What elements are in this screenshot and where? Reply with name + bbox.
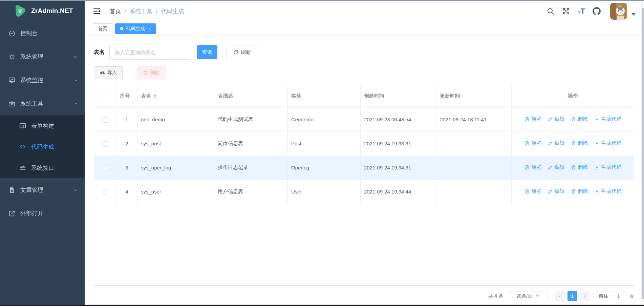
table-row[interactable]: 2sys_post岗位信息表Post2021-09-24 19:33:31预览编… <box>94 131 634 156</box>
text-size-icon[interactable]: TT <box>578 7 585 15</box>
pagination: 共 4 条 20条/页 ‹ 1 › 前往 页 <box>94 291 634 301</box>
row-checkbox[interactable] <box>103 189 108 195</box>
preview-link[interactable]: 预览 <box>524 116 541 122</box>
row-select-cell <box>94 180 116 204</box>
delete-link[interactable]: 删除 <box>571 116 588 122</box>
delete-link[interactable]: 删除 <box>571 164 588 170</box>
table-row[interactable]: 1gen_demo代码生成测试表Gendemo2021-09-23 06:48:… <box>94 107 634 131</box>
table-row[interactable]: 3sys_oper_log操作日志记录Operlog2021-09-24 19:… <box>94 156 634 180</box>
external-link-icon <box>8 210 16 217</box>
entity-cell: Post <box>288 131 361 156</box>
window-bottom-edge <box>0 305 644 306</box>
search-icon[interactable] <box>546 7 555 15</box>
sidebar-logo[interactable]: V ZrAdmin.NET <box>0 0 85 22</box>
row-checkbox[interactable] <box>103 165 108 171</box>
eye-icon <box>524 165 531 170</box>
sidebar-item-system-management[interactable]: 系统管理 <box>0 45 85 68</box>
pen-icon <box>548 117 555 122</box>
actions-cell: 预览编辑删除生成代码 <box>512 180 634 204</box>
breadcrumb-separator: / <box>156 8 158 15</box>
row-checkbox[interactable] <box>103 141 108 147</box>
table-grid-icon <box>19 122 26 129</box>
prev-page-button[interactable]: ‹ <box>555 291 565 301</box>
sidebar: V ZrAdmin.NET 控制台系统管理系统监控系统工具表单构建代码生成系统接… <box>0 0 85 306</box>
edit-link[interactable]: 编辑 <box>548 140 565 146</box>
sort-icon[interactable] <box>153 94 157 99</box>
query-button[interactable]: 查询 <box>197 45 217 59</box>
close-icon[interactable]: × <box>148 26 151 31</box>
actions-cell: 预览编辑删除生成代码 <box>512 107 634 131</box>
edit-link[interactable]: 编辑 <box>548 188 565 195</box>
preview-link[interactable]: 预览 <box>524 140 541 146</box>
sidebar-item-system-interface[interactable]: 系统接口 <box>0 157 85 178</box>
sidebar-submenu-system-tools: 表单构建代码生成系统接口 <box>0 115 85 178</box>
main-area: 首页 / 系统工具 / 代码生成 TT <box>85 0 644 306</box>
breadcrumb-separator: / <box>125 8 126 15</box>
app-screen: V ZrAdmin.NET 控制台系统管理系统监控系统工具表单构建代码生成系统接… <box>0 0 644 306</box>
header-table-name[interactable]: 表名 <box>137 85 214 107</box>
app-title: ZrAdmin.NET <box>31 7 73 15</box>
edit-link[interactable]: 编辑 <box>548 116 565 122</box>
tab-code-generation[interactable]: 代码生成 × <box>115 23 156 34</box>
row-index-cell: 3 <box>116 156 137 180</box>
generate-code-link-label: 生成代码 <box>601 116 622 122</box>
row-checkbox[interactable] <box>103 117 108 123</box>
next-page-button[interactable]: › <box>580 291 590 301</box>
chevron-down-icon[interactable] <box>631 13 636 16</box>
toolbox-icon <box>8 100 16 107</box>
refresh-button[interactable]: 刷新 <box>227 45 257 59</box>
avatar[interactable] <box>610 3 627 20</box>
preview-link[interactable]: 预览 <box>524 164 541 170</box>
preview-link[interactable]: 预览 <box>524 188 541 195</box>
sidebar-item-dashboard[interactable]: 控制台 <box>0 22 85 45</box>
download-icon <box>594 117 601 122</box>
sidebar-item-external-open[interactable]: 外部打开 <box>0 202 85 225</box>
table-name-label: 表名 <box>94 49 105 56</box>
header-created: 创建时间 <box>361 85 436 107</box>
generate-code-link-label: 生成代码 <box>601 188 622 195</box>
import-button[interactable]: 导入 <box>94 66 123 79</box>
generate-code-link-label: 生成代码 <box>601 164 622 170</box>
preview-link-label: 预览 <box>531 140 541 146</box>
generate-code-link[interactable]: 生成代码 <box>594 116 622 122</box>
sidebar-item-label: 表单构建 <box>31 122 54 130</box>
tab-home[interactable]: 首页 <box>93 23 112 34</box>
scrollbar-thumb[interactable] <box>642 8 644 299</box>
refresh-label: 刷新 <box>241 49 251 56</box>
v-logo-icon: V <box>14 4 26 17</box>
updated-time-cell <box>436 180 512 204</box>
vertical-scrollbar[interactable] <box>641 1 644 305</box>
user-menu[interactable] <box>610 3 636 20</box>
goto-page-input[interactable] <box>611 291 626 301</box>
sidebar-item-label: 系统管理 <box>20 53 43 61</box>
table-name-input[interactable] <box>109 45 190 60</box>
sidebar-item-system-tools[interactable]: 系统工具 <box>0 92 85 115</box>
delete-link[interactable]: 删除 <box>571 188 588 195</box>
table-row[interactable]: 4sys_user用户信息表User2021-09-24 19:34:44预览编… <box>94 180 634 204</box>
sidebar-item-form-builder[interactable]: 表单构建 <box>0 115 85 136</box>
delete-button[interactable]: 删除 <box>137 66 166 79</box>
entity-cell: Gendemo <box>288 107 361 131</box>
sidebar-item-system-monitor[interactable]: 系统监控 <box>0 68 85 92</box>
entity-cell: Operlog <box>288 156 361 180</box>
row-select-cell <box>94 107 116 131</box>
github-icon[interactable] <box>593 7 601 15</box>
fullscreen-icon[interactable] <box>562 7 570 15</box>
breadcrumb-system-tools: 系统工具 <box>130 7 153 15</box>
menu-fold-icon[interactable] <box>93 7 101 15</box>
sidebar-item-code-generation[interactable]: 代码生成 <box>0 136 85 157</box>
goto-label: 前往 <box>599 293 608 299</box>
page-number-1[interactable]: 1 <box>567 291 577 301</box>
delete-link[interactable]: 删除 <box>571 140 588 146</box>
generate-code-link[interactable]: 生成代码 <box>594 188 622 195</box>
page-size-select[interactable]: 20条/页 <box>508 291 548 301</box>
generate-code-link[interactable]: 生成代码 <box>594 164 622 170</box>
select-all-checkbox[interactable] <box>103 94 108 99</box>
generate-code-link[interactable]: 生成代码 <box>594 140 622 146</box>
download-icon <box>594 165 601 170</box>
table-name-cell: gen_demo <box>137 107 214 131</box>
sidebar-item-article-management[interactable]: 文章管理 <box>0 178 85 202</box>
edit-link[interactable]: 编辑 <box>548 164 565 170</box>
goto-page: 前往 页 <box>599 291 634 301</box>
breadcrumb-home[interactable]: 首页 <box>110 7 121 15</box>
